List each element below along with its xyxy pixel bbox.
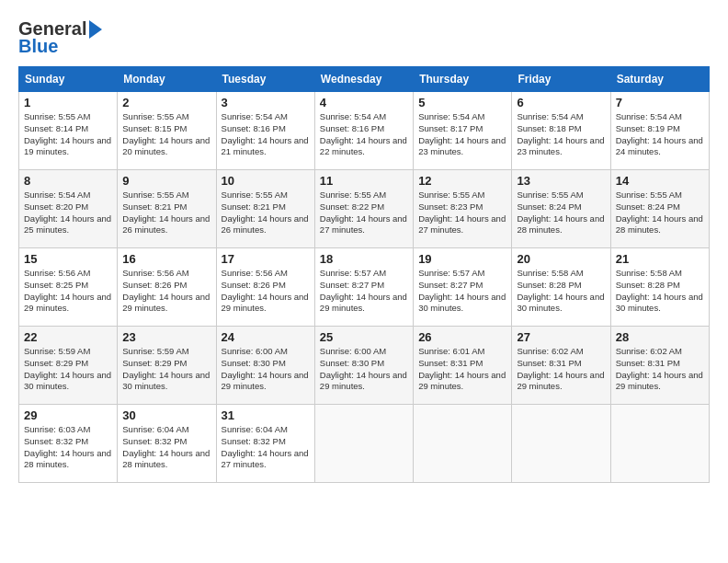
day-number: 25 xyxy=(320,330,408,344)
day-detail: Sunrise: 6:04 AMSunset: 8:32 PMDaylight:… xyxy=(222,424,310,471)
calendar-cell: 15Sunrise: 5:56 AMSunset: 8:25 PMDayligh… xyxy=(19,248,118,327)
day-number: 22 xyxy=(24,330,112,344)
day-detail: Sunrise: 5:56 AMSunset: 8:26 PMDaylight:… xyxy=(122,268,210,315)
calendar-week: 22Sunrise: 5:59 AMSunset: 8:29 PMDayligh… xyxy=(19,327,710,405)
day-number: 16 xyxy=(122,252,210,266)
calendar-cell xyxy=(414,405,512,483)
calendar-week: 8Sunrise: 5:54 AMSunset: 8:20 PMDaylight… xyxy=(19,170,710,248)
calendar-cell: 28Sunrise: 6:02 AMSunset: 8:31 PMDayligh… xyxy=(610,327,709,405)
header: General Blue xyxy=(18,18,710,57)
day-detail: Sunrise: 5:58 AMSunset: 8:28 PMDaylight:… xyxy=(517,268,605,315)
dow-header-wednesday: Wednesday xyxy=(314,67,413,92)
day-number: 7 xyxy=(616,96,704,109)
day-detail: Sunrise: 6:02 AMSunset: 8:31 PMDaylight:… xyxy=(616,346,704,393)
calendar-cell: 27Sunrise: 6:02 AMSunset: 8:31 PMDayligh… xyxy=(512,327,610,405)
calendar-cell: 13Sunrise: 5:55 AMSunset: 8:24 PMDayligh… xyxy=(512,170,610,248)
day-detail: Sunrise: 5:54 AMSunset: 8:18 PMDaylight:… xyxy=(517,111,605,158)
day-number: 13 xyxy=(517,174,605,188)
calendar-week: 15Sunrise: 5:56 AMSunset: 8:25 PMDayligh… xyxy=(19,248,710,327)
day-number: 8 xyxy=(24,174,112,188)
day-number: 24 xyxy=(222,330,310,344)
calendar-cell: 22Sunrise: 5:59 AMSunset: 8:29 PMDayligh… xyxy=(19,327,118,405)
calendar-table: SundayMondayTuesdayWednesdayThursdayFrid… xyxy=(18,66,710,483)
logo-blue-text: Blue xyxy=(18,36,58,57)
calendar-cell: 23Sunrise: 5:59 AMSunset: 8:29 PMDayligh… xyxy=(118,327,216,405)
day-detail: Sunrise: 5:55 AMSunset: 8:24 PMDaylight:… xyxy=(517,190,605,236)
day-detail: Sunrise: 5:58 AMSunset: 8:28 PMDaylight:… xyxy=(616,268,704,315)
calendar-cell: 5Sunrise: 5:54 AMSunset: 8:17 PMDaylight… xyxy=(414,92,512,170)
day-number: 4 xyxy=(320,96,408,109)
day-number: 3 xyxy=(222,96,310,109)
day-number: 9 xyxy=(122,174,210,188)
dow-header-friday: Friday xyxy=(512,67,610,92)
calendar-cell xyxy=(314,405,413,483)
dow-header-thursday: Thursday xyxy=(414,67,512,92)
day-detail: Sunrise: 5:55 AMSunset: 8:21 PMDaylight:… xyxy=(222,190,310,236)
day-number: 19 xyxy=(418,252,506,266)
day-number: 26 xyxy=(418,330,506,344)
calendar-cell: 14Sunrise: 5:55 AMSunset: 8:24 PMDayligh… xyxy=(610,170,709,248)
calendar-cell: 9Sunrise: 5:55 AMSunset: 8:21 PMDaylight… xyxy=(118,170,216,248)
day-number: 15 xyxy=(24,252,112,266)
day-detail: Sunrise: 5:55 AMSunset: 8:15 PMDaylight:… xyxy=(122,111,210,158)
calendar-cell: 19Sunrise: 5:57 AMSunset: 8:27 PMDayligh… xyxy=(414,248,512,327)
calendar-cell: 4Sunrise: 5:54 AMSunset: 8:16 PMDaylight… xyxy=(314,92,413,170)
day-number: 2 xyxy=(122,96,210,109)
calendar-cell: 31Sunrise: 6:04 AMSunset: 8:32 PMDayligh… xyxy=(216,405,314,483)
day-detail: Sunrise: 5:57 AMSunset: 8:27 PMDaylight:… xyxy=(418,268,506,315)
day-number: 12 xyxy=(418,174,506,188)
calendar-cell xyxy=(610,405,709,483)
day-detail: Sunrise: 5:57 AMSunset: 8:27 PMDaylight:… xyxy=(320,268,408,315)
logo: General Blue xyxy=(18,18,102,57)
calendar-cell: 1Sunrise: 5:55 AMSunset: 8:14 PMDaylight… xyxy=(19,92,118,170)
day-detail: Sunrise: 6:00 AMSunset: 8:30 PMDaylight:… xyxy=(320,346,408,393)
day-detail: Sunrise: 5:54 AMSunset: 8:20 PMDaylight:… xyxy=(24,190,112,236)
calendar-cell: 25Sunrise: 6:00 AMSunset: 8:30 PMDayligh… xyxy=(314,327,413,405)
day-detail: Sunrise: 5:54 AMSunset: 8:16 PMDaylight:… xyxy=(222,111,310,158)
day-detail: Sunrise: 5:54 AMSunset: 8:19 PMDaylight:… xyxy=(616,111,704,158)
calendar-cell: 30Sunrise: 6:04 AMSunset: 8:32 PMDayligh… xyxy=(118,405,216,483)
calendar-cell: 12Sunrise: 5:55 AMSunset: 8:23 PMDayligh… xyxy=(414,170,512,248)
calendar-week: 1Sunrise: 5:55 AMSunset: 8:14 PMDaylight… xyxy=(19,92,710,170)
day-detail: Sunrise: 5:59 AMSunset: 8:29 PMDaylight:… xyxy=(122,346,210,393)
calendar-cell xyxy=(512,405,610,483)
day-number: 1 xyxy=(24,96,112,109)
calendar-cell: 18Sunrise: 5:57 AMSunset: 8:27 PMDayligh… xyxy=(314,248,413,327)
day-number: 27 xyxy=(517,330,605,344)
day-number: 20 xyxy=(517,252,605,266)
day-detail: Sunrise: 5:54 AMSunset: 8:16 PMDaylight:… xyxy=(320,111,408,158)
day-number: 28 xyxy=(616,330,704,344)
day-detail: Sunrise: 5:55 AMSunset: 8:14 PMDaylight:… xyxy=(24,111,112,158)
day-detail: Sunrise: 5:59 AMSunset: 8:29 PMDaylight:… xyxy=(24,346,112,393)
logo-icon xyxy=(89,20,102,39)
day-detail: Sunrise: 5:55 AMSunset: 8:23 PMDaylight:… xyxy=(418,190,506,236)
calendar-cell: 8Sunrise: 5:54 AMSunset: 8:20 PMDaylight… xyxy=(19,170,118,248)
day-detail: Sunrise: 5:55 AMSunset: 8:24 PMDaylight:… xyxy=(616,190,704,236)
day-number: 5 xyxy=(418,96,506,109)
day-number: 14 xyxy=(616,174,704,188)
dow-header-saturday: Saturday xyxy=(610,67,709,92)
day-number: 6 xyxy=(517,96,605,109)
calendar-cell: 17Sunrise: 5:56 AMSunset: 8:26 PMDayligh… xyxy=(216,248,314,327)
day-number: 23 xyxy=(122,330,210,344)
calendar-week: 29Sunrise: 6:03 AMSunset: 8:32 PMDayligh… xyxy=(19,405,710,483)
day-number: 17 xyxy=(222,252,310,266)
day-number: 30 xyxy=(122,408,210,422)
calendar-cell: 2Sunrise: 5:55 AMSunset: 8:15 PMDaylight… xyxy=(118,92,216,170)
calendar-cell: 29Sunrise: 6:03 AMSunset: 8:32 PMDayligh… xyxy=(19,405,118,483)
day-detail: Sunrise: 5:55 AMSunset: 8:22 PMDaylight:… xyxy=(320,190,408,236)
calendar-cell: 21Sunrise: 5:58 AMSunset: 8:28 PMDayligh… xyxy=(610,248,709,327)
dow-header-monday: Monday xyxy=(118,67,216,92)
day-detail: Sunrise: 6:03 AMSunset: 8:32 PMDaylight:… xyxy=(24,424,112,471)
day-number: 10 xyxy=(222,174,310,188)
day-detail: Sunrise: 5:56 AMSunset: 8:25 PMDaylight:… xyxy=(24,268,112,315)
day-detail: Sunrise: 6:01 AMSunset: 8:31 PMDaylight:… xyxy=(418,346,506,393)
dow-header-tuesday: Tuesday xyxy=(216,67,314,92)
day-detail: Sunrise: 5:54 AMSunset: 8:17 PMDaylight:… xyxy=(418,111,506,158)
calendar-cell: 16Sunrise: 5:56 AMSunset: 8:26 PMDayligh… xyxy=(118,248,216,327)
day-detail: Sunrise: 6:04 AMSunset: 8:32 PMDaylight:… xyxy=(122,424,210,471)
calendar-cell: 20Sunrise: 5:58 AMSunset: 8:28 PMDayligh… xyxy=(512,248,610,327)
day-detail: Sunrise: 5:55 AMSunset: 8:21 PMDaylight:… xyxy=(122,190,210,236)
dow-header-sunday: Sunday xyxy=(19,67,118,92)
day-detail: Sunrise: 6:00 AMSunset: 8:30 PMDaylight:… xyxy=(222,346,310,393)
